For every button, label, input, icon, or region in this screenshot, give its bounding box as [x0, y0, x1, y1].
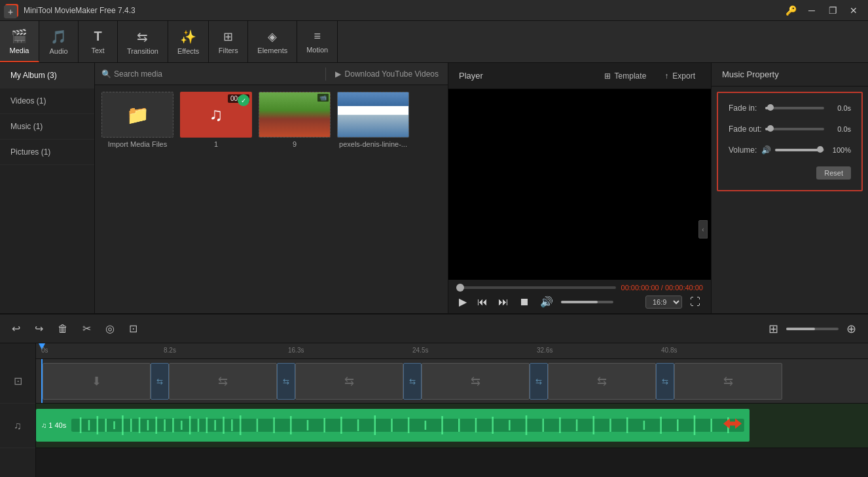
fade-in-slider[interactable]: [765, 107, 824, 109]
stop-button[interactable]: ⏹: [516, 295, 532, 309]
svg-rect-29: [391, 419, 393, 432]
video-clip-2[interactable]: ⇆: [169, 363, 277, 400]
zoom-fill: [786, 328, 815, 330]
aspect-ratio-select[interactable]: 16:9 4:3 1:1 9:16: [645, 296, 682, 309]
restore-button[interactable]: ❐: [823, 1, 842, 20]
cut-button[interactable]: ✂: [79, 320, 95, 337]
toolbar-item-media[interactable]: 🎬 Media: [0, 21, 39, 62]
template-button[interactable]: ⊞ Template: [599, 69, 652, 83]
music-label: 1: [214, 140, 218, 148]
toolbar-item-filters[interactable]: ⊞ Filters: [209, 21, 248, 62]
audio-clip-label: ♫ 1 40s: [41, 421, 66, 429]
title-bar-left: M MiniTool MovieMaker Free 7.4.3: [5, 4, 136, 17]
zoom-control: ⊞ ⊕: [765, 319, 860, 339]
player-header-right: ⊞ Template ↑ Export: [599, 69, 700, 83]
svg-rect-46: [677, 419, 679, 431]
toolbar-item-transition[interactable]: ⇆ Transition: [118, 21, 168, 62]
clip-6-arrow: ⇆: [723, 374, 733, 389]
svg-rect-43: [626, 417, 628, 433]
progress-bar[interactable]: [456, 286, 616, 289]
toolbar-item-motion[interactable]: ≡ Motion: [297, 21, 338, 62]
fade-in-thumb[interactable]: [767, 104, 774, 111]
svg-rect-8: [139, 417, 141, 433]
reset-button[interactable]: Reset: [816, 166, 851, 180]
video-media-item-2[interactable]: pexels-denis-linine-...: [337, 92, 409, 148]
undo-button[interactable]: ↩: [8, 320, 24, 337]
svg-rect-28: [374, 415, 376, 435]
close-button[interactable]: ✕: [844, 1, 863, 20]
toolbar-item-audio[interactable]: 🎵 Audio: [39, 21, 79, 62]
video-clip-1[interactable]: ⬇: [43, 363, 151, 400]
zoom-in-button[interactable]: ⊕: [842, 319, 860, 339]
video-clip-6[interactable]: ⇆: [674, 363, 782, 400]
volume-prop-fill: [775, 149, 820, 151]
progress-thumb[interactable]: [456, 284, 464, 292]
minimize-button[interactable]: ─: [803, 1, 821, 20]
title-bar: M MiniTool MovieMaker Free 7.4.3 🔑 ─ ❐ ✕: [0, 0, 868, 21]
audio-resize-handle[interactable]: [723, 417, 742, 434]
zoom-slider[interactable]: [786, 328, 839, 330]
redo-button[interactable]: ↪: [31, 320, 47, 337]
volume-prop-thumb[interactable]: [817, 146, 823, 153]
crop-button[interactable]: ⊡: [125, 320, 141, 337]
panel-collapse-handle[interactable]: ‹: [698, 220, 708, 238]
toolbar-item-effects[interactable]: ✨ Effects: [168, 21, 209, 62]
fade-in-value: 0.0s: [828, 104, 851, 112]
svg-rect-5: [113, 421, 115, 429]
audio-icon: 🎵: [50, 29, 67, 45]
svg-rect-10: [156, 417, 158, 434]
detach-audio-button[interactable]: ◎: [101, 320, 118, 337]
svg-rect-16: [206, 417, 208, 433]
volume-mute-icon[interactable]: 🔊: [761, 145, 771, 155]
delete-button[interactable]: 🗑: [54, 320, 72, 337]
audio-waveform[interactable]: ♫ 1 40s: [36, 409, 750, 442]
volume-control: 🔊 100%: [761, 145, 851, 155]
play-button[interactable]: ▶: [456, 294, 469, 309]
transition-3[interactable]: ⇆: [403, 363, 422, 400]
title-bar-controls: 🔑 ─ ❐ ✕: [782, 1, 863, 20]
toolbar-item-elements[interactable]: ◈ Elements: [248, 21, 297, 62]
volume-slider[interactable]: [561, 301, 613, 303]
music-note-icon: ♫: [209, 104, 223, 125]
transition-2[interactable]: ⇆: [277, 363, 295, 400]
volume-prop-slider[interactable]: [775, 149, 824, 151]
text-icon: T: [94, 29, 101, 44]
transition-4[interactable]: ⇆: [530, 363, 548, 400]
sidebar-item-videos[interactable]: Videos (1): [0, 88, 94, 114]
fade-out-slider[interactable]: [765, 128, 824, 130]
svg-rect-32: [441, 416, 443, 434]
svg-rect-1: [80, 417, 82, 433]
export-button[interactable]: ↑ Export: [659, 69, 700, 83]
transition-1[interactable]: ⇆: [151, 363, 169, 400]
fast-forward-button[interactable]: ⏭: [496, 295, 511, 309]
import-media-item[interactable]: 📁 Import Media Files: [101, 92, 173, 148]
search-media-button[interactable]: 🔍 Search media: [95, 69, 325, 79]
volume-icon[interactable]: 🔊: [537, 294, 556, 309]
music-media-item[interactable]: ♫ 00:40 ✓ 1: [180, 92, 252, 148]
video-media-item-1[interactable]: 📹 9: [259, 92, 331, 148]
svg-rect-12: [172, 418, 174, 432]
sidebar-item-myalbum[interactable]: My Album (3): [0, 63, 94, 88]
video-thumb-2: [337, 92, 409, 138]
video-clip-3[interactable]: ⇆: [295, 363, 403, 400]
player-controls: 00:00:00:00 / 00:00:40:00 ▶ ⏮ ⏭ ⏹ 🔊 16:9…: [448, 280, 711, 313]
sidebar-item-music[interactable]: Music (1): [0, 114, 94, 140]
key-icon[interactable]: 🔑: [782, 1, 800, 20]
fullscreen-button[interactable]: ⛶: [687, 295, 703, 309]
svg-rect-3: [97, 416, 99, 434]
video-screen: [448, 89, 711, 280]
download-youtube-button[interactable]: ▶ Download YouTube Videos: [326, 69, 448, 79]
svg-rect-37: [526, 415, 528, 435]
motion-icon: ≡: [314, 29, 321, 43]
video-clip-5[interactable]: ⇆: [548, 363, 656, 400]
fade-out-thumb[interactable]: [767, 125, 774, 132]
rewind-button[interactable]: ⏮: [475, 295, 490, 309]
download-youtube-label: Download YouTube Videos: [345, 69, 439, 79]
svg-rect-41: [593, 416, 595, 434]
sidebar-item-pictures[interactable]: Pictures (1): [0, 140, 94, 165]
playhead[interactable]: [41, 359, 43, 403]
transition-5[interactable]: ⇆: [656, 363, 674, 400]
video-clip-4[interactable]: ⇆: [422, 363, 530, 400]
zoom-out-button[interactable]: ⊞: [765, 319, 782, 339]
toolbar-item-text[interactable]: T Text: [79, 21, 118, 62]
